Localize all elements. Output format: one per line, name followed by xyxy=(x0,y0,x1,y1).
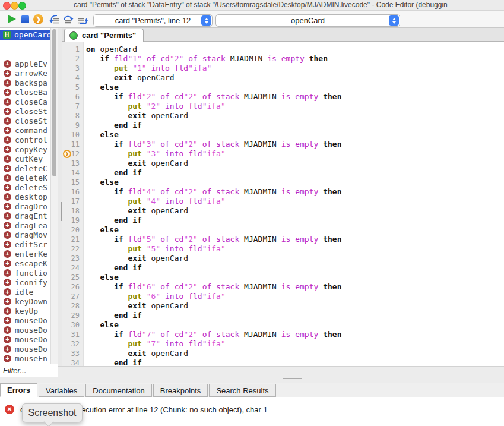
code-line[interactable]: 27put "6" into fld"ifa" xyxy=(62,292,504,301)
sidebar-item-mousedo[interactable]: +mouseDo xyxy=(0,315,50,325)
code-line[interactable]: 8exit openCard xyxy=(62,111,504,121)
code-line[interactable]: 13exit openCard xyxy=(62,159,504,168)
code-line[interactable]: 12❯put "3" into fld"ifa" xyxy=(62,149,504,159)
code-line[interactable]: 1on openCard xyxy=(62,45,504,54)
sidebar-item-closest[interactable]: +closeSt xyxy=(0,116,50,125)
sidebar-item-idle[interactable]: +idle xyxy=(0,287,50,296)
line-number[interactable]: 15 xyxy=(62,178,83,187)
handler-selector-dropdown[interactable]: openCard xyxy=(215,14,400,27)
sidebar-item-mousedo[interactable]: +mouseDo xyxy=(0,335,50,344)
step-out-icon[interactable] xyxy=(77,15,88,24)
step-over-icon[interactable] xyxy=(63,15,74,24)
code-line[interactable]: 6if fld"2" of cd"2" of stack MJADMIN is … xyxy=(62,92,504,102)
dropdown-stepper-icon[interactable] xyxy=(201,15,211,26)
sidebar-item-closeca[interactable]: +closeCa xyxy=(0,97,50,106)
code-line[interactable]: 30else xyxy=(62,320,504,330)
tab-card-permits[interactable]: card "Permits" xyxy=(64,29,144,42)
code-line[interactable]: 19end if xyxy=(62,216,504,225)
line-number[interactable]: 29 xyxy=(62,311,83,320)
sidebar-item-closest[interactable]: +closeSt xyxy=(0,106,50,116)
sidebar-item-backspa[interactable]: +backspa xyxy=(0,78,50,87)
tab-breakpoints[interactable]: Breakpoints xyxy=(153,384,208,397)
line-number[interactable]: 12❯ xyxy=(62,149,83,159)
code-line[interactable]: 14end if xyxy=(62,168,504,178)
sidebar-item-arrowke[interactable]: +arrowKe xyxy=(0,68,50,78)
sidebar-item-command[interactable]: +command xyxy=(0,125,50,135)
sidebar-item-functio[interactable]: +functio xyxy=(0,268,50,277)
sidebar-item-dragent[interactable]: +dragEnt xyxy=(0,211,50,220)
code-line[interactable]: 20else xyxy=(62,225,504,235)
code-line[interactable]: 9end if xyxy=(62,121,504,130)
sidebar-item-escapek[interactable]: +escapeK xyxy=(0,258,50,268)
sidebar-item-draglea[interactable]: +dragLea xyxy=(0,220,50,230)
sidebar-item-enterke[interactable]: +enterKe xyxy=(0,249,50,258)
code-line[interactable]: 28exit openCard xyxy=(62,301,504,311)
line-selector-dropdown[interactable]: card "Permits", line 12 xyxy=(93,14,213,27)
code-line[interactable]: 34end if xyxy=(62,358,504,366)
code-line[interactable]: 4exit openCard xyxy=(62,73,504,83)
sidebar-item-desktop[interactable]: +desktop xyxy=(0,192,50,201)
code-line[interactable]: 5else xyxy=(62,83,504,92)
code-line[interactable]: 10else xyxy=(62,130,504,140)
sidebar-item-dragdro[interactable]: +dragDro xyxy=(0,201,50,211)
line-number[interactable]: 30 xyxy=(62,320,83,330)
sidebar-item-keyup[interactable]: +keyUp xyxy=(0,306,50,315)
line-number[interactable]: 3 xyxy=(62,64,83,73)
code-line[interactable]: 11if fld"3" of cd"2" of stack MJADMIN is… xyxy=(62,140,504,149)
sidebar-item-dragmov[interactable]: +dragMov xyxy=(0,230,50,239)
close-window-button[interactable] xyxy=(3,2,11,10)
line-number[interactable]: 1 xyxy=(62,45,83,54)
line-number[interactable]: 7 xyxy=(62,102,83,111)
sidebar-item-editscr[interactable]: +editScr xyxy=(0,239,50,249)
line-number[interactable]: 2 xyxy=(62,54,83,64)
horizontal-splitter[interactable] xyxy=(0,366,504,383)
line-number[interactable]: 23 xyxy=(62,254,83,263)
line-number[interactable]: 20 xyxy=(62,225,83,235)
zoom-window-button[interactable] xyxy=(18,2,26,10)
code-line[interactable]: 18exit openCard xyxy=(62,206,504,216)
code-line[interactable]: 16if fld"4" of cd"2" of stack MJADMIN is… xyxy=(62,187,504,197)
filter-input[interactable] xyxy=(0,364,58,377)
code-line[interactable]: 7put "2" into fld"ifa" xyxy=(62,102,504,111)
line-number[interactable]: 4 xyxy=(62,73,83,83)
line-number[interactable]: 19 xyxy=(62,216,83,225)
code-line[interactable]: 24end if xyxy=(62,263,504,273)
tab-search-results[interactable]: Search Results xyxy=(209,384,275,397)
line-number[interactable]: 22 xyxy=(62,244,83,254)
sidebar-item-control[interactable]: +control xyxy=(0,135,50,144)
vertical-splitter[interactable] xyxy=(58,28,62,366)
line-number[interactable]: 8 xyxy=(62,111,83,121)
line-number[interactable]: 11 xyxy=(62,140,83,149)
sidebar-scrollbar-thumb[interactable] xyxy=(52,29,56,176)
line-number[interactable]: 26 xyxy=(62,282,83,292)
code-line[interactable]: 25else xyxy=(62,273,504,282)
line-number[interactable]: 13 xyxy=(62,159,83,168)
code-line[interactable]: 23exit openCard xyxy=(62,254,504,263)
sidebar-item-mousedo[interactable]: +mouseDo xyxy=(0,344,50,354)
run-icon[interactable] xyxy=(8,15,16,23)
continue-icon[interactable]: ❯ xyxy=(33,14,43,24)
code-line[interactable]: 17put "4" into fld"ifa" xyxy=(62,197,504,206)
sidebar-item-deletes[interactable]: +deleteS xyxy=(0,182,50,192)
sidebar-item-mouseen[interactable]: +mouseEn xyxy=(0,354,50,363)
sidebar-item-cutkey[interactable]: +cutKey xyxy=(0,154,50,163)
line-number[interactable]: 17 xyxy=(62,197,83,206)
code-area[interactable]: 1on openCard2if fld"1" of cd"2" of stack… xyxy=(62,42,504,366)
line-number[interactable]: 31 xyxy=(62,330,83,339)
code-line[interactable]: 15else xyxy=(62,178,504,187)
line-number[interactable]: 9 xyxy=(62,121,83,130)
line-number[interactable]: 21 xyxy=(62,235,83,244)
line-number[interactable]: 10 xyxy=(62,130,83,140)
sidebar-item-iconify[interactable]: +iconify xyxy=(0,277,50,287)
line-number[interactable]: 14 xyxy=(62,168,83,178)
code-line[interactable]: 26if fld"6" of cd"2" of stack MJADMIN is… xyxy=(62,282,504,292)
sidebar-item-deletec[interactable]: +deleteC xyxy=(0,163,50,173)
line-number[interactable]: 25 xyxy=(62,273,83,282)
sidebar-item-copykey[interactable]: +copyKey xyxy=(0,144,50,154)
sidebar-item-mousedo[interactable]: +mouseDo xyxy=(0,325,50,335)
code-line[interactable]: 33exit openCard xyxy=(62,349,504,358)
line-number[interactable]: 34 xyxy=(62,358,83,366)
tab-errors[interactable]: Errors xyxy=(0,383,37,397)
code-line[interactable]: 2if fld"1" of cd"2" of stack MJADMIN is … xyxy=(62,54,504,64)
code-line[interactable]: 31if fld"7" of cd"2" of stack MJADMIN is… xyxy=(62,330,504,339)
